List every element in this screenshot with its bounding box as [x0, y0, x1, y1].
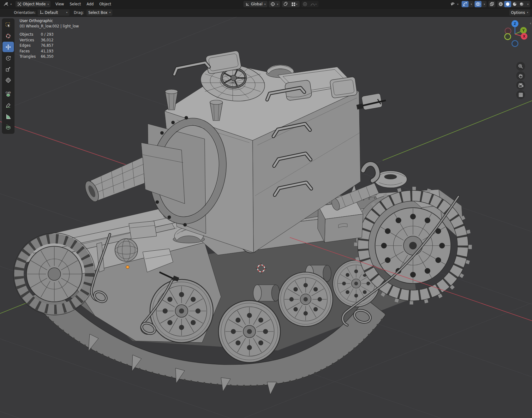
object-mode-icon	[17, 2, 21, 6]
shading-rendered[interactable]	[518, 1, 525, 7]
tool-select-box[interactable]	[3, 20, 14, 30]
sidebar-collapse-arrow[interactable]: ‹	[530, 21, 531, 26]
pivot-point-dropdown[interactable]: ▾	[269, 1, 280, 7]
stat-objects: Objects0 / 293	[20, 32, 54, 38]
pivot-point-icon	[271, 2, 275, 6]
cursor-tool-icon	[5, 33, 11, 39]
solid-shading-icon	[505, 2, 510, 6]
svg-text:X: X	[523, 35, 525, 38]
overlays-group: ▾	[475, 1, 487, 7]
shading-wireframe[interactable]	[497, 1, 504, 7]
snap-increment-icon	[291, 2, 296, 6]
move-tool-icon	[5, 44, 11, 50]
viewport-overlay-stats: User Orthographic (0) Wheels_R_low.002 |…	[20, 18, 79, 60]
editor-type-button[interactable]: ▾	[2, 1, 14, 7]
grid-icon	[518, 93, 523, 97]
zoom-button[interactable]	[516, 62, 525, 71]
xray-icon	[490, 2, 494, 6]
gizmo-negative-z-axis[interactable]	[512, 41, 518, 47]
hand-icon	[518, 73, 523, 78]
object-origin-dot	[126, 266, 129, 269]
shading-group: ▾	[497, 1, 530, 7]
rendered-shading-icon	[519, 2, 524, 6]
tool-cad-sketcher[interactable]: CAD	[3, 89, 14, 99]
stat-faces: Faces41,193	[20, 49, 54, 54]
menu-select[interactable]: Select	[67, 2, 84, 6]
tool-rotate[interactable]	[3, 53, 14, 63]
ortho-perspective-button[interactable]	[516, 90, 525, 99]
show-object-types-dropdown[interactable]: ▾	[448, 1, 460, 7]
tool-cursor[interactable]	[3, 31, 14, 41]
proportional-falloff-dropdown[interactable]: ▾	[308, 1, 319, 7]
toolbar: CAD	[2, 18, 15, 134]
orientation-value: Default	[45, 10, 58, 15]
snap-toggle[interactable]	[282, 1, 289, 7]
3d-viewport[interactable]	[0, 16, 532, 418]
rotate-tool-icon	[5, 55, 11, 61]
scale-tool-icon	[5, 66, 11, 72]
mode-dropdown[interactable]: Object Mode ▾	[15, 1, 51, 7]
transform-orientation-dropdown[interactable]: Global ▾	[243, 1, 268, 7]
navigation-gizmo[interactable]: Z Y X	[502, 18, 529, 49]
xray-toggle[interactable]	[488, 1, 495, 7]
shading-dropdown[interactable]: ▾	[525, 1, 530, 7]
camera-icon	[518, 83, 523, 88]
wireframe-shading-icon	[499, 2, 503, 6]
annotate-pen-icon	[5, 103, 11, 108]
overlays-icon	[476, 2, 481, 6]
options-label: Options	[511, 10, 525, 15]
gizmo-negative-y-axis[interactable]	[505, 34, 511, 40]
overlays-dropdown[interactable]: ▾	[481, 1, 487, 7]
select-box-icon	[5, 22, 11, 28]
drag-value: Select Box	[88, 10, 108, 15]
snapping-group: ▾	[282, 1, 300, 7]
shading-material[interactable]	[511, 1, 518, 7]
material-preview-icon	[512, 2, 517, 6]
scene-stats-table: Objects0 / 293 Vertices36,012 Edges76,85…	[20, 32, 54, 60]
mode-label: Object Mode	[23, 2, 45, 6]
shading-solid[interactable]	[504, 1, 511, 7]
gizmos-group: ▾	[462, 1, 474, 7]
orientation-dropdown[interactable]: Default ▾	[38, 9, 69, 16]
camera-view-button[interactable]	[516, 81, 525, 90]
visibility-eye-icon	[450, 2, 455, 6]
svg-text:Z: Z	[514, 22, 516, 26]
proportional-edit-toggle[interactable]	[302, 1, 308, 7]
add-cube-icon	[5, 124, 11, 131]
tool-measure[interactable]	[3, 111, 14, 122]
tool-settings-bar: Orientation: Default ▾ Drag: Select Box …	[0, 9, 532, 17]
menu-view[interactable]: View	[52, 2, 67, 6]
drag-label: Drag:	[74, 10, 84, 15]
orientation-icon	[39, 10, 44, 15]
menu-object[interactable]: Object	[97, 2, 114, 6]
gizmo-dropdown[interactable]: ▾	[469, 1, 474, 7]
gizmo-negative-x-axis[interactable]	[505, 28, 511, 34]
falloff-curve-icon	[311, 2, 315, 6]
tool-transform[interactable]	[3, 75, 14, 85]
view-name: User Orthographic	[20, 18, 79, 24]
snap-with-dropdown[interactable]: ▾	[289, 1, 300, 7]
tool-add-cube[interactable]	[3, 122, 14, 133]
viewport-header: ▾ Object Mode ▾ View Select Add Object G…	[0, 0, 532, 9]
tool-scale[interactable]	[3, 64, 14, 74]
zoom-icon	[518, 64, 523, 69]
orientation-label: Orientation:	[14, 10, 36, 15]
options-button[interactable]: Options ▾	[509, 9, 530, 16]
drag-dropdown[interactable]: Select Box ▾	[87, 9, 113, 16]
proportional-edit-group: ▾	[302, 1, 319, 7]
stat-edges: Edges76,857	[20, 43, 54, 49]
show-overlays-toggle[interactable]	[475, 1, 481, 7]
stat-vertices: Vertices36,012	[20, 38, 54, 43]
menu-add[interactable]: Add	[84, 2, 96, 6]
tool-move[interactable]	[3, 42, 14, 52]
blender-window: ▾ Object Mode ▾ View Select Add Object G…	[0, 0, 532, 418]
show-gizmo-toggle[interactable]	[462, 1, 469, 7]
cad-sketcher-icon: CAD	[5, 91, 12, 98]
stat-triangles: Triangles66,350	[20, 54, 54, 60]
proportional-edit-icon	[303, 2, 307, 6]
tool-annotate[interactable]	[3, 100, 14, 110]
pan-button[interactable]	[516, 71, 525, 80]
svg-text:Y: Y	[522, 29, 525, 32]
orientation-axes-icon	[245, 2, 250, 6]
measure-ruler-icon	[5, 114, 11, 119]
